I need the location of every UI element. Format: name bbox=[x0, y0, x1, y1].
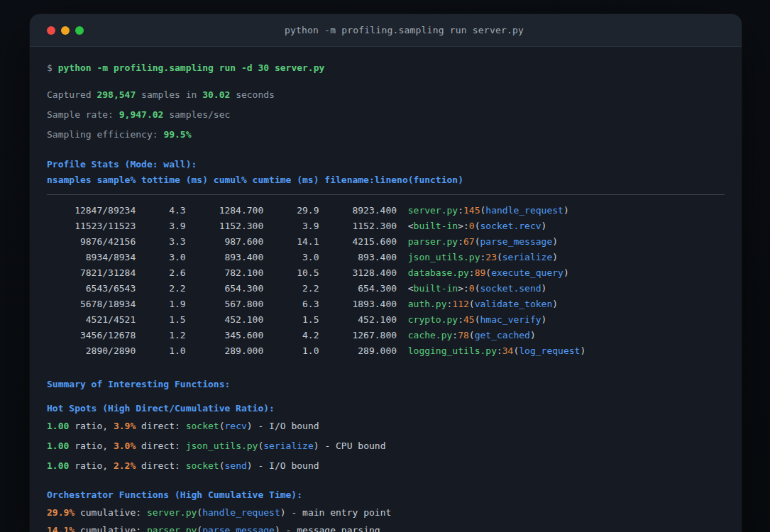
summary-heading: Summary of Interesting Functions: bbox=[47, 377, 725, 392]
profile-row: 2890/2890 1.0 289.000 1.0 289.000 loggin… bbox=[47, 343, 725, 359]
window-controls bbox=[47, 26, 84, 35]
text-segment: ratio, bbox=[69, 421, 114, 431]
text-segment: : bbox=[463, 221, 469, 231]
text-segment: recv bbox=[225, 421, 247, 431]
text-segment: 14.1% bbox=[47, 525, 75, 532]
text-segment: cumulative: bbox=[75, 525, 147, 532]
text-segment: Captured bbox=[47, 89, 97, 100]
text-segment: 8934/8934 3.0 893.400 3.0 893.400 bbox=[47, 252, 408, 262]
text-segment: parser.py bbox=[408, 236, 458, 247]
text-segment: 0 bbox=[469, 221, 475, 231]
text-segment: parse_message bbox=[480, 236, 553, 247]
text-segment: 29.9% bbox=[47, 507, 75, 518]
text-segment: handle_request bbox=[202, 507, 280, 518]
text-segment: ) bbox=[541, 314, 547, 325]
text-segment: cache.py bbox=[408, 330, 453, 340]
text-segment: samples in bbox=[136, 89, 202, 100]
text-segment: 1.00 bbox=[47, 460, 69, 471]
profile-row: 3456/12678 1.2 345.600 4.2 1267.800 cach… bbox=[47, 328, 725, 343]
text-segment: 6543/6543 2.2 654.300 2.2 654.300 bbox=[47, 283, 408, 294]
text-segment: ( bbox=[197, 507, 202, 518]
text-segment: ) bbox=[552, 236, 558, 247]
text-segment: ( bbox=[469, 330, 475, 340]
minimize-button[interactable] bbox=[61, 26, 70, 35]
text-segment: cumulative: bbox=[75, 507, 147, 518]
text-segment: 9,947.02 bbox=[119, 109, 164, 120]
text-segment: ) bbox=[552, 252, 558, 262]
text-segment: : bbox=[463, 283, 469, 294]
text-segment: 2.2% bbox=[114, 460, 136, 471]
text-segment: 67 bbox=[463, 236, 475, 247]
text-segment: auth.py bbox=[408, 299, 447, 309]
text-segment: handle_request bbox=[485, 205, 563, 216]
text-segment: 5678/18934 1.9 567.800 6.3 1893.400 bbox=[47, 299, 408, 309]
text-segment: ( bbox=[475, 221, 480, 231]
profile-stats-heading: Profile Stats (Mode: wall): bbox=[47, 157, 725, 172]
table-divider bbox=[47, 194, 725, 195]
text-segment: 145 bbox=[463, 205, 480, 216]
text-segment: built-in bbox=[414, 221, 458, 231]
text-segment: parse_message bbox=[202, 525, 275, 532]
text-segment: ( bbox=[197, 525, 202, 532]
hot-spot-line: 1.00 ratio, 3.9% direct: socket(recv) - … bbox=[47, 419, 725, 434]
text-segment: ( bbox=[475, 283, 480, 294]
text-segment: 2890/2890 1.0 289.000 1.0 289.000 bbox=[47, 345, 408, 356]
text-segment: Sampling efficiency: bbox=[47, 129, 163, 140]
text-segment: ) - main entry point bbox=[280, 507, 392, 518]
text-segment: ( bbox=[485, 267, 491, 278]
text-segment: : bbox=[497, 345, 502, 356]
text-segment: ( bbox=[219, 460, 225, 471]
sampling-efficiency-line: Sampling efficiency: 99.5% bbox=[47, 127, 725, 143]
text-segment: 12847/89234 4.3 1284.700 29.9 8923.400 bbox=[47, 205, 408, 216]
text-segment: direct: bbox=[136, 460, 185, 471]
text-segment: samples/sec bbox=[163, 109, 230, 120]
hot-spot-line: 1.00 ratio, 2.2% direct: socket(send) - … bbox=[47, 458, 725, 474]
text-segment: log_request bbox=[519, 345, 580, 356]
text-segment: get_cached bbox=[475, 330, 530, 340]
text-segment: ) bbox=[580, 345, 585, 356]
text-segment: 30.02 bbox=[202, 89, 230, 100]
text-segment: 1.00 bbox=[47, 440, 69, 451]
text-segment: crypto.py bbox=[408, 314, 458, 325]
text-segment: : bbox=[469, 267, 475, 278]
profile-row: 6543/6543 2.2 654.300 2.2 654.300 <built… bbox=[47, 281, 725, 297]
text-segment: 3456/12678 1.2 345.600 4.2 1267.800 bbox=[47, 330, 408, 340]
text-segment: socket bbox=[186, 421, 219, 431]
profile-row: 7821/31284 2.6 782.100 10.5 3128.400 dat… bbox=[47, 265, 725, 281]
text-segment: 78 bbox=[458, 330, 469, 340]
text-segment: send bbox=[225, 460, 247, 471]
text-segment: hmac_verify bbox=[480, 314, 541, 325]
text-segment: 89 bbox=[475, 267, 486, 278]
text-segment: parser.py bbox=[147, 525, 197, 532]
text-segment: execute_query bbox=[491, 267, 563, 278]
text-segment: : bbox=[458, 205, 463, 216]
text-segment: ( bbox=[475, 236, 480, 247]
text-segment: 45 bbox=[463, 314, 475, 325]
text-segment: 7821/31284 2.6 782.100 10.5 3128.400 bbox=[47, 267, 408, 278]
close-button[interactable] bbox=[47, 26, 55, 35]
text-segment: $ bbox=[47, 62, 58, 73]
text-segment: 34 bbox=[502, 345, 514, 356]
text-segment: built-in bbox=[414, 283, 458, 294]
maximize-button[interactable] bbox=[75, 26, 84, 35]
profile-table-column-header: nsamples sample% tottime (ms) cumul% cum… bbox=[47, 172, 725, 188]
profile-row: 8934/8934 3.0 893.400 3.0 893.400 json_u… bbox=[47, 250, 725, 265]
text-segment: ratio, bbox=[69, 440, 114, 451]
text-segment: < bbox=[408, 221, 414, 231]
text-segment: 4521/4521 1.5 452.100 1.5 452.100 bbox=[47, 314, 408, 325]
text-segment: : bbox=[458, 314, 463, 325]
text-segment: serialize bbox=[502, 252, 552, 262]
text-segment: ) bbox=[541, 221, 547, 231]
text-segment: serialize bbox=[263, 440, 313, 451]
text-segment: ( bbox=[475, 314, 480, 325]
text-segment: socket.send bbox=[480, 283, 541, 294]
text-segment: 99.5% bbox=[163, 129, 191, 140]
text-segment: server.py bbox=[147, 507, 197, 518]
orchestrator-line: 14.1% cumulative: parser.py(parse_messag… bbox=[47, 523, 725, 532]
text-segment: > bbox=[458, 283, 463, 294]
text-segment: socket bbox=[186, 460, 219, 471]
profile-row: 12847/89234 4.3 1284.700 29.9 8923.400 s… bbox=[47, 203, 725, 218]
text-segment: ) bbox=[552, 299, 558, 309]
text-segment: 11523/11523 3.9 1152.300 3.9 1152.300 bbox=[47, 221, 408, 231]
text-segment: ( bbox=[497, 252, 502, 262]
